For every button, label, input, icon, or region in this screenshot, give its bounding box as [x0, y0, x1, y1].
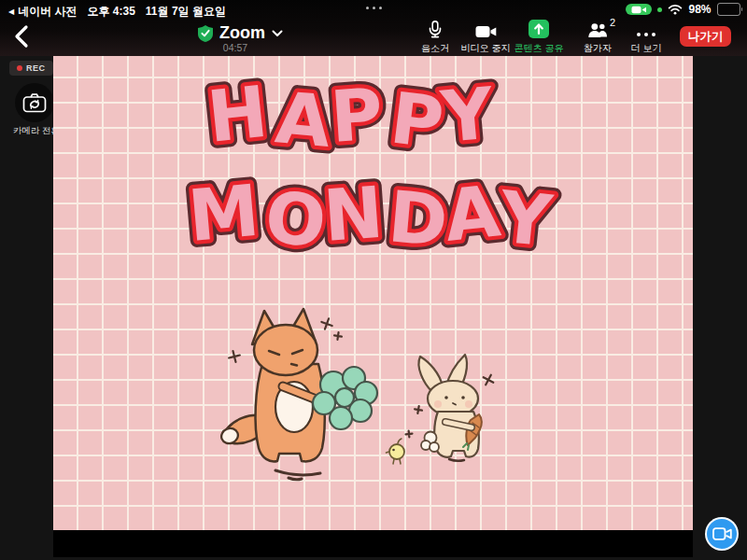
recording-label: REC: [26, 63, 46, 73]
more-label: 더 보기: [613, 42, 680, 55]
recording-badge: REC: [9, 61, 53, 76]
camera-glyph-icon: [631, 6, 647, 14]
battery-icon: [717, 3, 743, 16]
wifi-icon: [668, 4, 683, 15]
camera-switch-button[interactable]: [15, 83, 54, 122]
recording-dot-icon: [17, 65, 22, 71]
more-button[interactable]: 더 보기: [613, 21, 680, 55]
share-content-label: 콘텐츠 공유: [505, 42, 572, 55]
fox-character: [219, 309, 326, 480]
self-video-button[interactable]: [705, 517, 739, 551]
multitask-dots-icon[interactable]: [366, 7, 382, 9]
share-up-arrow-icon: [505, 21, 572, 38]
status-bar-left: ◀네이버 사전 오후 4:35 11월 7일 월요일: [8, 4, 226, 20]
status-bar: ◀네이버 사전 오후 4:35 11월 7일 월요일 98%: [0, 0, 747, 21]
leave-meeting-button[interactable]: 나가기: [680, 26, 731, 47]
battery-percent: 98%: [688, 3, 711, 16]
back-button[interactable]: [8, 21, 35, 51]
illustration: HAPPY HAPPY MONDAY MONDAY: [53, 56, 693, 530]
app-title: Zoom: [219, 23, 265, 43]
shared-screen-video[interactable]: HAPPY HAPPY MONDAY MONDAY: [53, 56, 693, 557]
chevron-left-icon: [13, 24, 30, 49]
greeting-line2: MONDAY: [185, 169, 557, 264]
chevron-down-icon: [272, 30, 283, 37]
camera-flip-icon: [22, 92, 47, 113]
video-camera-outline-icon: [712, 527, 732, 540]
meeting-timer: 04:57: [198, 42, 273, 53]
share-content-button[interactable]: 콘텐츠 공유: [505, 21, 572, 55]
greeting-line1: HAPPY: [204, 69, 500, 165]
meeting-title[interactable]: Zoom: [198, 23, 283, 43]
zoom-meeting-screen: ◀네이버 사전 오후 4:35 11월 7일 월요일 98%: [0, 0, 747, 560]
privacy-indicator-dot-icon: [657, 7, 662, 12]
return-to-app-icon: ◀: [8, 7, 14, 16]
security-shield-icon: [198, 25, 213, 42]
rabbit-character: [418, 355, 481, 461]
ellipsis-icon: [613, 21, 680, 38]
return-app-name: 네이버 사전: [18, 4, 77, 20]
status-date: 11월 7일 월요일: [146, 4, 226, 20]
chick-character: [387, 439, 405, 464]
camera-in-use-pill-icon: [626, 4, 652, 15]
status-bar-right: 98%: [626, 3, 742, 16]
happy-monday-artwork: HAPPY HAPPY MONDAY MONDAY: [53, 56, 693, 530]
status-time: 오후 4:35: [88, 4, 135, 20]
return-to-app[interactable]: ◀네이버 사전: [8, 4, 78, 20]
